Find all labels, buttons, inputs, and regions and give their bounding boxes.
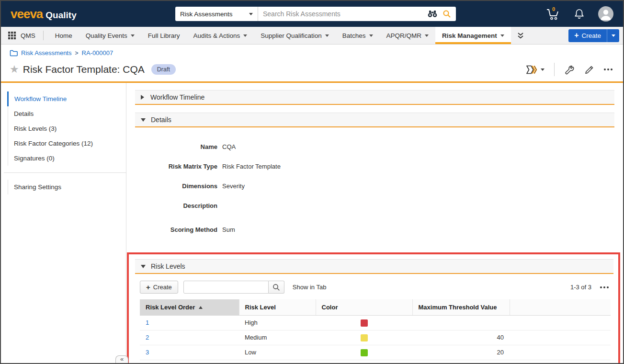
brand-product: Quality [45, 10, 76, 21]
record-sidebar: Workflow Timeline Details Risk Levels (3… [1, 83, 126, 363]
app-name[interactable]: QMS [21, 32, 35, 39]
search-icon[interactable] [442, 10, 451, 18]
breadcrumb-chevron: > [75, 50, 78, 57]
search-scope-dropdown[interactable]: Risk Assessments [175, 7, 258, 21]
risk-levels-table: Risk Level Order Risk Level Color Maximu… [140, 299, 611, 360]
chevron-down-icon [612, 34, 615, 39]
brand-veeva: veeva [11, 7, 43, 22]
threshold-cell: 20 [412, 345, 510, 360]
create-dropdown-button[interactable] [607, 29, 619, 42]
color-swatch [361, 334, 368, 341]
user-avatar[interactable] [598, 6, 613, 22]
record-detail-panel: Workflow Timeline Details Name CQA Risk … [126, 83, 623, 363]
nav-tab-supplier-qualification[interactable]: Supplier Qualification [254, 27, 336, 44]
column-header-color[interactable]: Color [316, 299, 412, 315]
nav-tab-risk-management[interactable]: Risk Management [435, 27, 511, 44]
create-split-button: + Create [568, 29, 619, 42]
wrench-icon [564, 64, 575, 75]
search-input[interactable] [258, 10, 427, 18]
breadcrumb-current-record[interactable]: RA-000007 [82, 49, 113, 57]
plus-icon: + [574, 32, 579, 39]
pagination-label: 1-3 of 3 [570, 284, 591, 291]
table-row: 2 Medium 40 [140, 330, 611, 345]
threshold-cell [412, 315, 510, 330]
record-title-bar: ★ Risk Factor Template: CQA Draft [1, 57, 623, 81]
field-name: Name CQA [135, 143, 614, 151]
column-header-risk-level[interactable]: Risk Level [239, 299, 316, 315]
nav-tab-home[interactable]: Home [48, 27, 79, 44]
breadcrumb: Risk Assessments > RA-000007 [1, 45, 623, 57]
search-scope-label: Risk Assessments [180, 11, 249, 18]
tools-button[interactable] [564, 64, 575, 75]
field-risk-matrix-type: Risk Matrix Type Risk Factor Template [135, 163, 614, 171]
column-header-risk-level-order[interactable]: Risk Level Order [140, 299, 239, 315]
sidebar-item-risk-factor-categories[interactable]: Risk Factor Categories (12) [8, 136, 126, 151]
field-dimensions: Dimensions Severity [135, 182, 614, 191]
risk-level-order-link[interactable]: 3 [146, 349, 149, 356]
app-launcher-grid-icon[interactable] [8, 31, 16, 40]
sidebar-item-sharing-settings[interactable]: Sharing Settings [8, 180, 126, 194]
veeva-logo[interactable]: veeva Quality [11, 7, 77, 22]
risk-levels-highlight-box: Risk Levels + Create Show in Tab [127, 252, 620, 364]
chevron-down-icon [141, 118, 146, 124]
field-description: Description [135, 202, 614, 210]
nav-tab-audits-actions[interactable]: Audits & Actions [187, 27, 254, 44]
collapse-sidebar-icon[interactable]: « [115, 355, 128, 363]
nav-tab-quality-events[interactable]: Quality Events [79, 27, 141, 44]
risk-level-order-link[interactable]: 1 [146, 319, 149, 326]
favorite-star-icon[interactable]: ★ [10, 63, 19, 76]
column-header-empty [510, 299, 611, 315]
create-button[interactable]: + Create [568, 29, 607, 42]
app-window: veeva Quality Risk Assessments 0 [0, 0, 624, 364]
sidebar-item-details[interactable]: Details [8, 106, 126, 121]
status-badge: Draft [151, 64, 176, 75]
risk-levels-search-button[interactable] [269, 281, 284, 294]
search-icon [272, 284, 280, 291]
chevron-down-icon [500, 34, 504, 39]
show-in-tab-link[interactable]: Show in Tab [293, 284, 327, 291]
table-row: 3 Low 20 [140, 345, 611, 360]
chevron-down-icon [369, 34, 373, 39]
divider [554, 63, 555, 76]
sidebar-item-signatures[interactable]: Signatures (0) [8, 151, 126, 166]
risk-level-cell: High [239, 315, 316, 330]
color-swatch [361, 319, 368, 327]
page-title: Risk Factor Template: CQA [23, 64, 145, 75]
edit-button[interactable] [584, 65, 594, 75]
chevron-down-icon [141, 265, 146, 271]
workflow-actions-button[interactable] [526, 65, 545, 75]
sidebar-item-risk-levels[interactable]: Risk Levels (3) [8, 121, 126, 136]
nav-tab-apqr-qmr[interactable]: APQR/QMR [380, 27, 436, 44]
section-header-workflow-timeline[interactable]: Workflow Timeline [135, 90, 614, 105]
risk-levels-search-input[interactable] [183, 281, 269, 294]
column-header-maximum-threshold-value[interactable]: Maximum Threshold Value [412, 299, 510, 315]
binoculars-icon[interactable] [427, 10, 438, 18]
section-header-risk-levels[interactable]: Risk Levels [135, 259, 613, 274]
breadcrumb-link-risk-assessments[interactable]: Risk Assessments [21, 49, 71, 57]
chevron-down-icon [243, 34, 247, 39]
field-scoring-method: Scoring Method Sum [135, 226, 614, 234]
divider [43, 31, 44, 40]
folder-icon [10, 49, 18, 57]
top-bar: veeva Quality Risk Assessments 0 [1, 1, 623, 27]
risk-levels-toolbar: + Create Show in Tab 1-3 of 3 [140, 281, 609, 294]
chevron-down-icon [541, 68, 545, 73]
create-risk-level-button[interactable]: + Create [140, 281, 178, 294]
table-row: 1 High [140, 315, 611, 330]
grid-menu-icon[interactable] [600, 286, 609, 288]
section-header-details[interactable]: Details [135, 113, 614, 127]
nav-tab-full-library[interactable]: Full Library [141, 27, 187, 44]
risk-level-cell: Medium [239, 330, 316, 345]
pencil-icon [584, 65, 594, 75]
more-actions-icon[interactable] [604, 68, 613, 70]
more-tabs-icon[interactable] [511, 27, 530, 44]
nav-tab-batches[interactable]: Batches [336, 27, 380, 44]
cart-badge: 0 [551, 6, 556, 12]
risk-level-order-link[interactable]: 2 [146, 334, 149, 341]
sidebar-item-workflow-timeline[interactable]: Workflow Timeline [7, 91, 126, 106]
chevron-down-icon [425, 34, 429, 39]
lifecycle-stage-icon [526, 65, 538, 75]
notifications-bell-icon[interactable] [574, 8, 585, 20]
chevron-right-icon [141, 95, 147, 100]
cart-icon[interactable]: 0 [546, 8, 560, 21]
